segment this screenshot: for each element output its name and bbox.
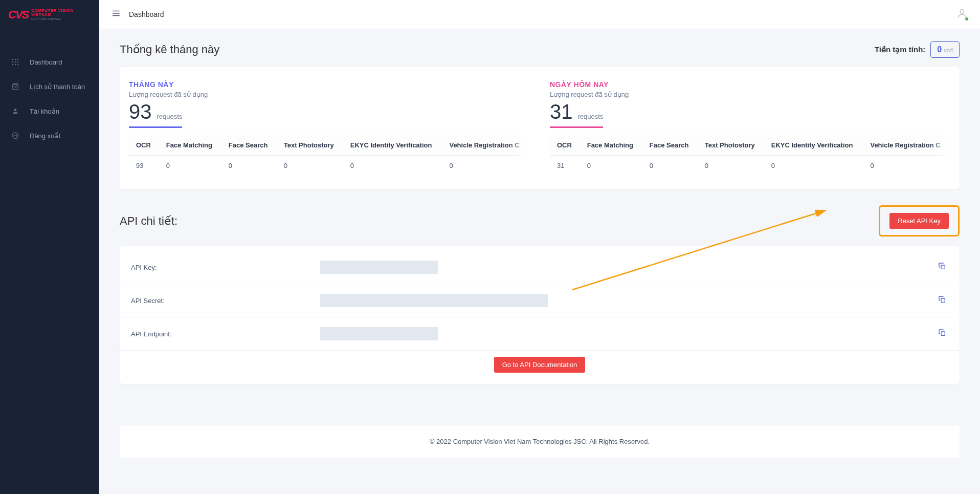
copy-api-secret-button[interactable]	[936, 293, 948, 308]
grid-icon	[10, 57, 20, 67]
section-title-stats: Thống kê tháng này	[120, 43, 219, 56]
table-cell: 0	[863, 156, 950, 176]
section-title-api: API chi tiết:	[120, 214, 177, 228]
table-cell: 93	[129, 156, 159, 176]
api-row-key: API Key:	[120, 251, 960, 284]
api-documentation-button[interactable]: Go to API Documentation	[494, 357, 586, 373]
svg-point-0	[12, 59, 13, 60]
table-cell: 0	[343, 156, 442, 176]
sidebar-item-dashboard[interactable]: Dashboard	[0, 50, 99, 74]
svg-point-16	[960, 10, 964, 13]
table-header: Face Search	[642, 135, 698, 156]
stat-table-month: OCR Face Matching Face Search Text Photo…	[129, 135, 529, 176]
stat-table-today: OCR Face Matching Face Search Text Photo…	[550, 135, 950, 176]
sidebar: CVS COMPUTER VISION VIETNAM MACHINES CAN…	[0, 0, 99, 494]
sidebar-item-label: Lịch sử thanh toán	[30, 83, 85, 91]
table-cell: 0	[764, 156, 863, 176]
svg-point-8	[17, 64, 18, 65]
footer-text: © 2022 Computer Vision Viet Nam Technolo…	[430, 438, 650, 445]
svg-point-6	[12, 64, 13, 65]
svg-rect-20	[941, 332, 945, 335]
svg-point-5	[17, 61, 18, 62]
stat-title-month: THÁNG NÀY	[129, 80, 529, 89]
stat-block-today: NGÀY HÔM NAY Lượng request đã sử dụng 31…	[550, 80, 950, 176]
balance-value: 0	[937, 45, 942, 54]
table-header: Text Photostory	[698, 135, 764, 156]
table-row: 93 0 0 0 0 0	[129, 156, 529, 176]
table-header: Vehicle Registration C	[442, 135, 529, 156]
table-row: 31 0 0 0 0 0	[550, 156, 950, 176]
stat-title-today: NGÀY HÔM NAY	[550, 80, 950, 89]
table-header: OCR	[129, 135, 159, 156]
table-cell: 0	[221, 156, 277, 176]
reset-button-highlight: Reset API Key	[879, 205, 960, 237]
logout-icon	[10, 131, 20, 141]
sidebar-item-logout[interactable]: Đăng xuất	[0, 123, 99, 148]
topbar: Dashboard	[99, 0, 980, 29]
sidebar-nav: Dashboard Lịch sử thanh toán Tài khoản Đ…	[0, 29, 99, 148]
svg-point-3	[12, 61, 13, 62]
copy-api-endpoint-button[interactable]	[936, 327, 948, 341]
stat-unit-today: requests	[578, 113, 604, 120]
svg-point-2	[17, 59, 18, 60]
table-header: EKYC Identity Verification	[343, 135, 442, 156]
table-header: OCR	[550, 135, 580, 156]
logo-line2: VIETNAM	[31, 13, 74, 17]
table-header: EKYC Identity Verification	[764, 135, 863, 156]
sidebar-item-label: Đăng xuất	[30, 132, 60, 140]
balance-display: Tiền tạm tính: 0 vnđ	[875, 41, 960, 58]
logo-tagline: MACHINES CAN SEE	[31, 18, 74, 20]
table-cell: 0	[698, 156, 764, 176]
table-cell: 31	[550, 156, 580, 176]
stat-unit-month: requests	[157, 113, 183, 120]
page-title: Dashboard	[129, 10, 164, 18]
api-key-value-masked	[320, 261, 438, 274]
api-endpoint-label: API Endpoint:	[131, 330, 320, 338]
svg-rect-18	[941, 265, 945, 269]
logo-mark: CVS	[8, 8, 28, 22]
bag-icon	[10, 81, 20, 92]
menu-toggle-icon[interactable]	[112, 9, 121, 20]
svg-point-1	[15, 59, 16, 60]
stat-block-month: THÁNG NÀY Lượng request đã sử dụng 93 re…	[129, 80, 529, 176]
user-avatar[interactable]	[956, 8, 968, 21]
footer: © 2022 Computer Vision Viet Nam Technolo…	[120, 425, 960, 458]
table-cell: 0	[277, 156, 343, 176]
api-key-label: API Key:	[131, 264, 320, 271]
sidebar-item-account[interactable]: Tài khoản	[0, 99, 99, 123]
stat-subtitle-month: Lượng request đã sử dụng	[129, 91, 529, 98]
api-secret-value-masked	[320, 294, 548, 307]
svg-rect-19	[941, 298, 945, 302]
svg-point-4	[15, 61, 16, 62]
api-endpoint-value-masked	[320, 327, 438, 340]
balance-label: Tiền tạm tính:	[875, 45, 925, 54]
table-header: Face Matching	[580, 135, 642, 156]
balance-box: 0 vnđ	[930, 41, 960, 58]
table-header: Vehicle Registration C	[863, 135, 950, 156]
table-header: Face Search	[221, 135, 277, 156]
online-indicator-icon	[965, 17, 969, 21]
stat-subtitle-today: Lượng request đã sử dụng	[550, 91, 950, 98]
api-row-secret: API Secret:	[120, 284, 960, 317]
reset-api-key-button[interactable]: Reset API Key	[889, 213, 949, 229]
sidebar-item-label: Tài khoản	[30, 108, 59, 115]
table-cell: 0	[442, 156, 529, 176]
table-cell: 0	[159, 156, 221, 176]
svg-point-10	[14, 109, 17, 111]
table-header: Face Matching	[159, 135, 221, 156]
table-cell: 0	[642, 156, 698, 176]
sidebar-item-payment-history[interactable]: Lịch sử thanh toán	[0, 74, 99, 99]
logo[interactable]: CVS COMPUTER VISION VIETNAM MACHINES CAN…	[0, 0, 99, 29]
copy-api-key-button[interactable]	[936, 260, 948, 274]
table-cell: 0	[580, 156, 642, 176]
table-header: Text Photostory	[277, 135, 343, 156]
stat-value-today: 31	[550, 100, 573, 123]
stat-value-month: 93	[129, 100, 152, 123]
api-secret-label: API Secret:	[131, 297, 320, 305]
stats-card: THÁNG NÀY Lượng request đã sử dụng 93 re…	[120, 67, 960, 189]
api-row-endpoint: API Endpoint:	[120, 317, 960, 351]
api-details-card: API Key: API Secret: API Endpoint:	[120, 246, 960, 384]
user-icon	[10, 106, 20, 116]
sidebar-item-label: Dashboard	[30, 58, 62, 66]
balance-unit: vnđ	[944, 47, 953, 53]
